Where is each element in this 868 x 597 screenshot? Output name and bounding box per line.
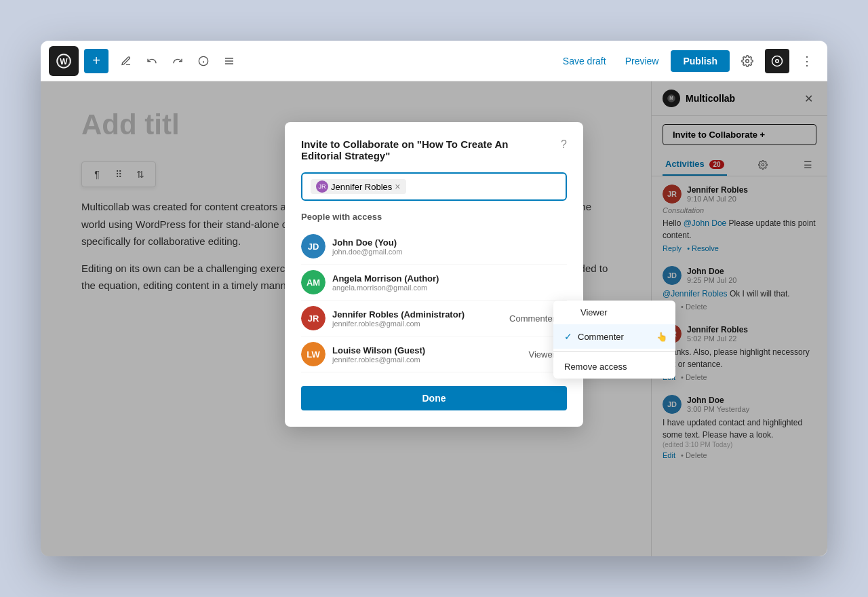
person-info: Louise Wilson (Guest) jennifer.robles@gm… bbox=[332, 345, 523, 364]
preview-button[interactable]: Preview bbox=[618, 52, 666, 71]
main-area: Add titl ¶ ⠿ ⇅ Multicollab was created f… bbox=[41, 81, 827, 556]
avatar: AM bbox=[301, 270, 326, 294]
people-with-access-label: People with access bbox=[301, 212, 567, 222]
viewer-option[interactable]: Viewer bbox=[553, 301, 675, 324]
person-email: john.doe@gmail.com bbox=[332, 248, 567, 256]
invite-tag: JR Jennifer Robles × bbox=[311, 179, 406, 194]
person-row-john: JD John Doe (You) john.doe@gmail.com bbox=[301, 229, 567, 265]
commenter-label: Commenter bbox=[578, 332, 624, 342]
remove-access-option[interactable]: Remove access bbox=[553, 355, 675, 379]
invite-input[interactable] bbox=[412, 182, 557, 192]
invite-modal: Invite to Collaborate on "How To Create … bbox=[285, 122, 583, 427]
person-name: John Doe (You) bbox=[332, 237, 567, 248]
person-name: Jennifer Robles (Administrator) bbox=[332, 309, 504, 320]
role-dropdown: Viewer ✓ Commenter 👆 Remove access bbox=[553, 301, 675, 379]
publish-button[interactable]: Publish bbox=[671, 50, 730, 72]
settings-icon[interactable] bbox=[735, 49, 760, 73]
avatar: LW bbox=[301, 342, 326, 366]
svg-point-8 bbox=[746, 59, 749, 62]
invite-tag-name: Jennifer Robles bbox=[331, 182, 392, 192]
invite-tag-remove[interactable]: × bbox=[395, 182, 400, 191]
check-icon: ✓ bbox=[564, 331, 572, 342]
collab-icon[interactable] bbox=[765, 49, 789, 73]
info-icon[interactable] bbox=[191, 49, 216, 73]
more-options-icon[interactable]: ⋮ bbox=[795, 49, 819, 73]
commenter-option[interactable]: ✓ Commenter 👆 bbox=[553, 324, 675, 349]
avatar: JR bbox=[301, 306, 326, 330]
person-info: Jennifer Robles (Administrator) jennifer… bbox=[332, 309, 504, 328]
svg-point-9 bbox=[772, 56, 783, 66]
cursor-icon: 👆 bbox=[656, 332, 667, 342]
svg-text:W: W bbox=[60, 57, 68, 66]
topbar: W + Save draft Preview Publish bbox=[41, 41, 827, 81]
redo-icon[interactable] bbox=[165, 49, 190, 73]
person-row-angela: AM Angela Morrison (Author) angela.morri… bbox=[301, 265, 567, 301]
person-info: Angela Morrison (Author) angela.morrison… bbox=[332, 273, 567, 292]
person-name: Angela Morrison (Author) bbox=[332, 273, 567, 284]
save-draft-button[interactable]: Save draft bbox=[556, 52, 613, 71]
invite-input-container[interactable]: JR Jennifer Robles × bbox=[301, 172, 567, 201]
person-email: jennifer.robles@gmail.com bbox=[332, 355, 523, 364]
toolbar-icons bbox=[114, 49, 551, 73]
topbar-right: Save draft Preview Publish ⋮ bbox=[556, 49, 819, 73]
modal-title: Invite to Collaborate on "How To Create … bbox=[301, 138, 545, 161]
svg-point-10 bbox=[776, 59, 779, 62]
modal-header: Invite to Collaborate on "How To Create … bbox=[301, 138, 567, 161]
help-icon[interactable]: ? bbox=[561, 138, 567, 151]
tools-icon[interactable] bbox=[114, 49, 138, 73]
person-info: John Doe (You) john.doe@gmail.com bbox=[332, 237, 567, 256]
done-button[interactable]: Done bbox=[301, 386, 567, 410]
wp-logo: W bbox=[49, 46, 79, 76]
person-email: angela.morrison@gmail.com bbox=[332, 284, 567, 292]
viewer-label: Viewer bbox=[580, 307, 608, 317]
invite-tag-avatar: JR bbox=[316, 180, 328, 193]
avatar: JD bbox=[301, 234, 326, 258]
person-row-jennifer: JR Jennifer Robles (Administrator) jenni… bbox=[301, 301, 567, 336]
person-row-louise: LW Louise Wilson (Guest) jennifer.robles… bbox=[301, 336, 567, 372]
list-icon[interactable] bbox=[217, 49, 241, 73]
editor-window: W + Save draft Preview Publish bbox=[41, 41, 827, 556]
dropdown-divider bbox=[553, 351, 675, 352]
add-block-button[interactable]: + bbox=[84, 49, 108, 73]
undo-icon[interactable] bbox=[140, 49, 164, 73]
modal-overlay[interactable]: Invite to Collaborate on "How To Create … bbox=[41, 81, 827, 556]
person-email: jennifer.robles@gmail.com bbox=[332, 320, 504, 328]
person-name: Louise Wilson (Guest) bbox=[332, 345, 523, 355]
